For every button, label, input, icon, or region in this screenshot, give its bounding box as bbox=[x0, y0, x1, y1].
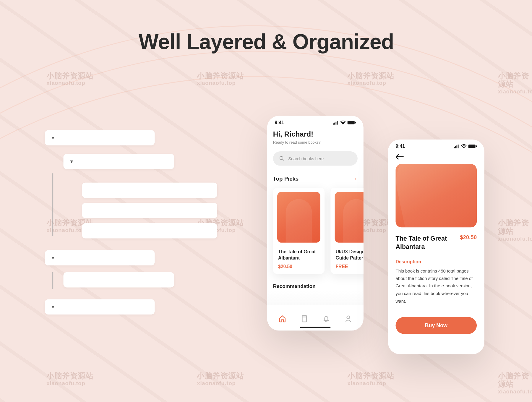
book-cover bbox=[277, 192, 320, 243]
section-title-top-picks: Top Picks bbox=[273, 175, 299, 181]
bell-icon[interactable] bbox=[322, 315, 331, 323]
buy-now-button[interactable]: Buy Now bbox=[395, 317, 477, 334]
book-card[interactable]: The Tale of Great Albantara $20.50 bbox=[273, 188, 325, 274]
watermark: 小脑斧资源站xiaonaofu.top bbox=[197, 372, 244, 386]
layer-item[interactable]: ▼ bbox=[45, 250, 155, 265]
home-icon[interactable] bbox=[278, 315, 287, 323]
watermark: 小脑斧资源站xiaonaofu.top bbox=[347, 72, 394, 86]
layer-item[interactable]: ▼ bbox=[63, 154, 174, 169]
watermark: 小脑斧资源站xiaonaofu.top bbox=[46, 72, 93, 86]
svg-rect-7 bbox=[468, 145, 475, 148]
chevron-down-icon: ▼ bbox=[69, 159, 74, 164]
layer-item[interactable] bbox=[82, 223, 217, 238]
status-time: 9:41 bbox=[275, 120, 284, 125]
search-placeholder: Search books here bbox=[288, 156, 324, 161]
layer-item[interactable] bbox=[63, 272, 174, 287]
wifi-icon bbox=[461, 144, 467, 148]
arrow-right-icon[interactable]: → bbox=[352, 175, 358, 182]
layers-panel: ▼ ▼ ▼ ▼ bbox=[45, 130, 220, 314]
svg-point-6 bbox=[347, 316, 350, 319]
svg-rect-4 bbox=[302, 315, 306, 322]
search-icon bbox=[279, 155, 285, 161]
book-icon[interactable] bbox=[300, 315, 309, 323]
chevron-down-icon: ▼ bbox=[51, 255, 56, 260]
book-price: FREE bbox=[335, 264, 363, 269]
status-bar: 9:41 bbox=[267, 116, 364, 128]
book-title: UI/UX Design Guide Pattern bbox=[335, 249, 363, 261]
status-bar: 9:41 bbox=[388, 140, 484, 151]
phone-home-screen: 9:41 Hi, Richard! Ready to read some boo… bbox=[267, 116, 364, 330]
watermark: 小脑斧资源站xiaonaofu.top bbox=[498, 372, 532, 395]
layer-item[interactable]: ▼ bbox=[45, 130, 155, 145]
svg-point-2 bbox=[280, 156, 283, 160]
top-picks-list: The Tale of Great Albantara $20.50 UI/UX… bbox=[273, 188, 358, 274]
status-time: 9:41 bbox=[395, 144, 405, 149]
wifi-icon bbox=[340, 121, 346, 125]
watermark: 小脑斧资源站xiaonaofu.top bbox=[498, 72, 532, 95]
book-cover bbox=[335, 192, 364, 243]
battery-icon bbox=[347, 121, 356, 125]
book-cover-hero bbox=[395, 164, 477, 228]
arrow-left-icon bbox=[395, 154, 404, 160]
back-button[interactable] bbox=[388, 151, 484, 160]
signal-icon bbox=[332, 121, 338, 125]
book-title: The Tale of Great Albantara bbox=[395, 234, 456, 251]
greeting-title: Hi, Richard! bbox=[273, 130, 358, 139]
book-title: The Tale of Great Albantara bbox=[278, 249, 319, 261]
svg-rect-1 bbox=[355, 122, 356, 124]
svg-rect-0 bbox=[347, 121, 354, 124]
signal-icon bbox=[453, 144, 459, 148]
watermark: 小脑斧资源站xiaonaofu.top bbox=[347, 372, 394, 386]
status-icons bbox=[453, 144, 477, 148]
chevron-down-icon: ▼ bbox=[51, 304, 56, 309]
layer-item[interactable] bbox=[82, 203, 217, 218]
battery-icon bbox=[468, 144, 477, 148]
book-price: $20.50 bbox=[278, 264, 319, 269]
search-input[interactable]: Search books here bbox=[273, 151, 358, 166]
watermark: 小脑斧资源站xiaonaofu.top bbox=[498, 219, 532, 242]
watermark: 小脑斧资源站xiaonaofu.top bbox=[197, 72, 244, 86]
svg-line-3 bbox=[283, 159, 284, 161]
description-label: Description bbox=[395, 259, 477, 264]
svg-rect-8 bbox=[476, 145, 477, 147]
chevron-down-icon: ▼ bbox=[51, 135, 56, 140]
book-price: $20.50 bbox=[460, 234, 477, 240]
layer-item[interactable]: ▼ bbox=[45, 299, 155, 314]
description-text: This book is contains 450 total pages ab… bbox=[395, 267, 477, 305]
greeting-subtitle: Ready to read some books? bbox=[273, 140, 358, 145]
layer-item[interactable] bbox=[82, 183, 217, 198]
section-title-recommendation: Recommendation bbox=[273, 283, 358, 289]
book-card[interactable]: UI/UX Design Guide Pattern FREE bbox=[330, 188, 364, 274]
page-title: Well Layered & Organized bbox=[0, 30, 532, 54]
phone-detail-screen: 9:41 The Tale of Great Albantara $20.50 … bbox=[388, 140, 484, 354]
user-icon[interactable] bbox=[344, 315, 353, 323]
watermark: 小脑斧资源站xiaonaofu.top bbox=[46, 372, 93, 386]
home-indicator bbox=[300, 327, 330, 328]
status-icons bbox=[332, 121, 356, 125]
